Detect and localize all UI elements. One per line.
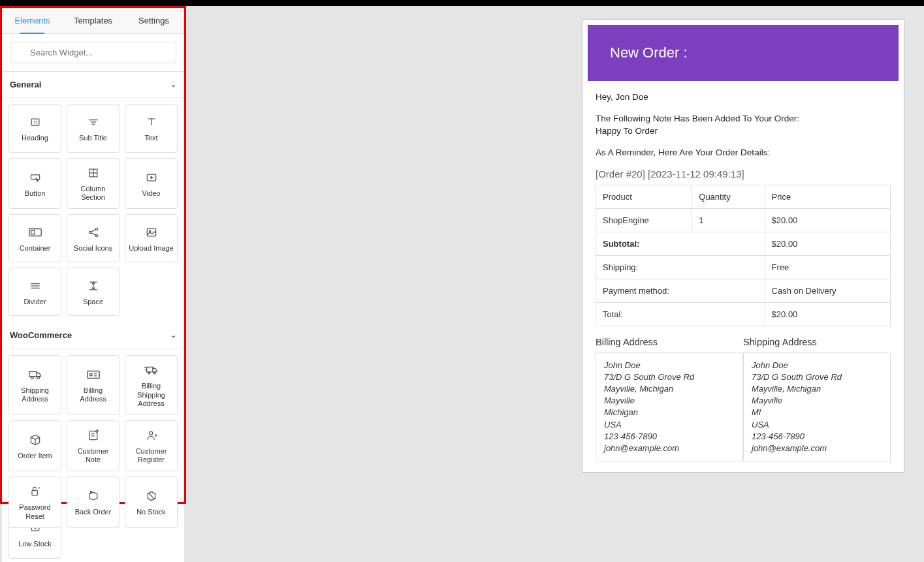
- th-product: Product: [596, 185, 692, 208]
- widget-label: Video: [142, 189, 161, 198]
- widget-shipping-address[interactable]: Shipping Address: [8, 355, 61, 415]
- widget-billing-address[interactable]: Billing Address: [67, 355, 119, 415]
- sidebar-panel: Elements Templates Settings General ⌄ Tt…: [0, 6, 186, 504]
- widget-label: Password Reset: [12, 503, 58, 520]
- truck-fast-icon: [144, 362, 159, 378]
- widget-label: Low Stock: [18, 540, 52, 548]
- widget-password-reset[interactable]: * Password Reset: [8, 476, 61, 527]
- table-row: ShopEngine 1 $20.00: [596, 208, 891, 232]
- billing-email: john@example.com: [604, 443, 735, 454]
- section-woocommerce-header[interactable]: WooCommerce ⌄: [2, 322, 184, 349]
- button-icon: [27, 170, 43, 185]
- td-subtotal-label: Subtotal:: [596, 232, 765, 255]
- user-plus-icon: [144, 428, 159, 443]
- email-reminder: As A Reminder, Here Are Your Order Detai…: [596, 147, 891, 159]
- email-body: Hey, Jon Doe The Following Note Has Been…: [588, 81, 899, 467]
- widget-label: Customer Note: [70, 447, 116, 464]
- widget-label: Back Order: [75, 508, 112, 516]
- widget-heading[interactable]: Tt Heading: [8, 104, 61, 153]
- image-icon: [144, 225, 159, 240]
- share-icon: [86, 225, 101, 240]
- email-note: The Following Note Has Been Added To You…: [596, 113, 891, 138]
- shipping-email: john@example.com: [752, 443, 882, 454]
- chevron-down-icon: ⌄: [170, 331, 176, 339]
- section-woocommerce-label: WooCommerce: [10, 330, 72, 340]
- billing-city: Mayville: [604, 395, 735, 407]
- widget-button[interactable]: Button: [8, 158, 61, 209]
- td-payment-label: Payment method:: [596, 279, 765, 302]
- widget-back-order[interactable]: Back Order: [67, 476, 119, 527]
- tab-settings[interactable]: Settings: [123, 8, 184, 33]
- subtitle-icon: [86, 114, 101, 130]
- widget-divider[interactable]: Divider: [8, 268, 61, 316]
- th-qty: Quantity: [692, 185, 765, 208]
- table-row: Payment method: Cash on Delivery: [596, 279, 891, 302]
- billing-state: Michigan: [604, 407, 735, 418]
- widget-label: Billing Shipping Address: [128, 382, 174, 408]
- order-meta: [Order #20] [2023-11-12 09:49:13]: [596, 168, 891, 180]
- shipping-col: Shipping Address John Doe 73/D G South G…: [743, 337, 891, 462]
- text-icon: [144, 114, 159, 130]
- canvas-area: New Order : Hey, Jon Doe The Following N…: [186, 6, 924, 562]
- widget-container[interactable]: Container: [8, 214, 61, 262]
- svg-line-21: [91, 233, 95, 235]
- svg-marker-14: [151, 176, 153, 178]
- heading-icon: Tt: [27, 114, 43, 130]
- billing-citystate: Mayville, Michigan: [604, 383, 735, 395]
- svg-point-17: [89, 231, 91, 233]
- widget-label: Billing Address: [70, 386, 116, 403]
- widget-billing-shipping-address[interactable]: Billing Shipping Address: [125, 355, 178, 415]
- billing-phone: 123-456-7890: [604, 431, 735, 443]
- td-shipping-label: Shipping:: [596, 255, 765, 279]
- widget-label: Button: [25, 189, 46, 198]
- widget-upload-image[interactable]: Upload Image: [125, 214, 178, 262]
- widget-column-section[interactable]: Column Section: [67, 158, 119, 209]
- widget-customer-register[interactable]: Customer Register: [125, 420, 178, 471]
- package-icon: [27, 432, 43, 448]
- svg-line-43: [35, 437, 40, 439]
- shipping-box: John Doe 73/D G South Grove Rd Mayville,…: [743, 352, 891, 462]
- search-input[interactable]: [10, 42, 176, 63]
- widget-space[interactable]: Space: [67, 268, 119, 316]
- chevron-down-icon: ⌄: [170, 80, 176, 89]
- shipping-state: MI: [752, 407, 882, 418]
- search-wrap: [2, 34, 184, 72]
- widget-subtitle[interactable]: Sub Title: [67, 104, 119, 153]
- billing-country: USA: [604, 419, 735, 431]
- widget-no-stock[interactable]: No Stock: [125, 476, 178, 527]
- email-preview: New Order : Hey, Jon Doe The Following N…: [582, 19, 904, 473]
- svg-point-39: [153, 373, 155, 375]
- shipping-street: 73/D G South Grove Rd: [752, 371, 882, 383]
- widget-social-icons[interactable]: Social Icons: [67, 214, 119, 262]
- container-icon: [27, 225, 43, 240]
- order-table: Product Quantity Price ShopEngine 1 $20.…: [596, 185, 891, 326]
- svg-line-42: [31, 437, 35, 439]
- td-total-label: Total:: [596, 302, 765, 326]
- tab-templates[interactable]: Templates: [63, 8, 123, 33]
- top-bar: [0, 0, 924, 6]
- sidebar-tabs: Elements Templates Settings: [2, 8, 184, 34]
- widget-order-item[interactable]: Order Item: [8, 420, 61, 471]
- svg-point-38: [148, 373, 150, 375]
- table-row: Total: $20.00: [596, 302, 891, 326]
- email-note-intro: The Following Note Has Been Added To You…: [596, 114, 799, 123]
- widget-label: Social Icons: [74, 244, 112, 253]
- th-price: Price: [765, 185, 890, 208]
- td-product: ShopEngine: [596, 208, 692, 232]
- widget-label: Divider: [24, 298, 46, 306]
- widget-label: Customer Register: [128, 447, 174, 464]
- shipping-phone: 123-456-7890: [752, 431, 882, 443]
- video-icon: [144, 170, 159, 185]
- divider-icon: [27, 278, 43, 294]
- widget-customer-note[interactable]: Customer Note: [67, 420, 119, 471]
- billing-box: John Doe 73/D G South Grove Rd Mayville,…: [596, 352, 743, 462]
- svg-rect-37: [146, 367, 152, 372]
- widget-video[interactable]: Video: [125, 158, 178, 209]
- woocommerce-widget-grid: Shipping Address Billing Address Billing…: [2, 349, 184, 534]
- section-general-label: General: [10, 80, 41, 89]
- widget-text[interactable]: Text: [125, 104, 178, 153]
- section-general-header[interactable]: General ⌄: [2, 72, 184, 98]
- grid-icon: [86, 165, 101, 181]
- addresses: Billing Address John Doe 73/D G South Gr…: [596, 337, 891, 462]
- tab-elements[interactable]: Elements: [2, 8, 63, 33]
